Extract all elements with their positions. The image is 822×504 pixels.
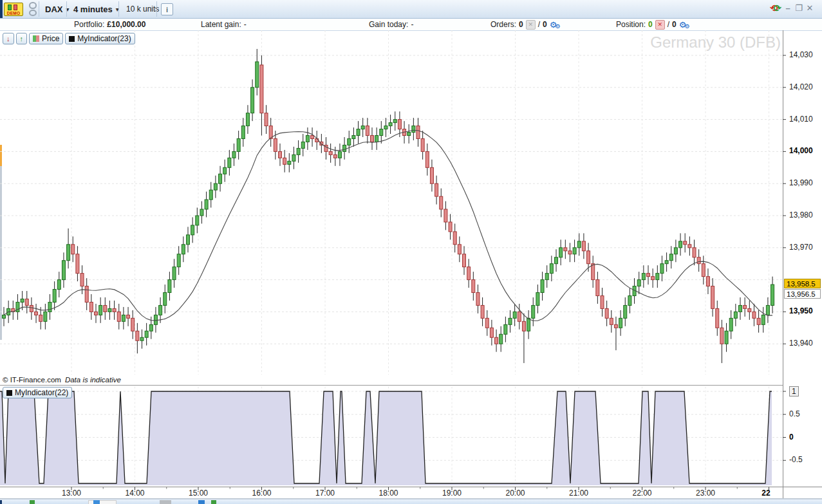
indicator23-button[interactable]: MyIndicator(23) [65, 33, 135, 44]
indicator22-panel-legend: MyIndicator(22) [3, 387, 72, 398]
price-series-button[interactable]: Price [29, 33, 63, 44]
last-price-tag: 13,958.5 [784, 279, 821, 288]
copyright-note: © IT-Finance.comData is indicative [3, 376, 121, 384]
taskbar-fragment [160, 500, 171, 504]
taskbar-fragment [88, 500, 117, 504]
chart-legend: ↓ ↑ Price MyIndicator(23) [3, 33, 135, 44]
buy-button[interactable]: ↑ [16, 33, 28, 44]
instrument-watermark: Germany 30 (DFB) [650, 33, 781, 51]
taskbar-fragment [211, 500, 216, 504]
candles-icon [33, 35, 39, 42]
indicator23-label: MyIndicator(23) [77, 34, 131, 43]
taskbar-fragment [93, 500, 100, 504]
prev-price-tag: 13,956.5 [784, 289, 821, 299]
sell-button[interactable]: ↓ [3, 33, 14, 44]
indicator-swatch-icon [69, 36, 75, 42]
arrow-up-icon: ↑ [20, 35, 24, 42]
price-chart-canvas[interactable] [0, 0, 822, 504]
taskbar-fragment [30, 500, 35, 504]
indicator22-label: MyIndicator(22) [15, 388, 68, 397]
arrow-down-icon: ↓ [6, 35, 10, 42]
indicator-swatch-icon [6, 390, 12, 396]
trading-platform-window: DEMO DAX ▾ 4 minutes ▾ 10 k units ▾ i ⟲⟳… [0, 0, 822, 504]
indicator22-button[interactable]: MyIndicator(22) [3, 387, 72, 398]
taskbar-fragment [198, 500, 205, 504]
taskbar-sliver [0, 499, 822, 504]
price-series-label: Price [42, 34, 59, 43]
